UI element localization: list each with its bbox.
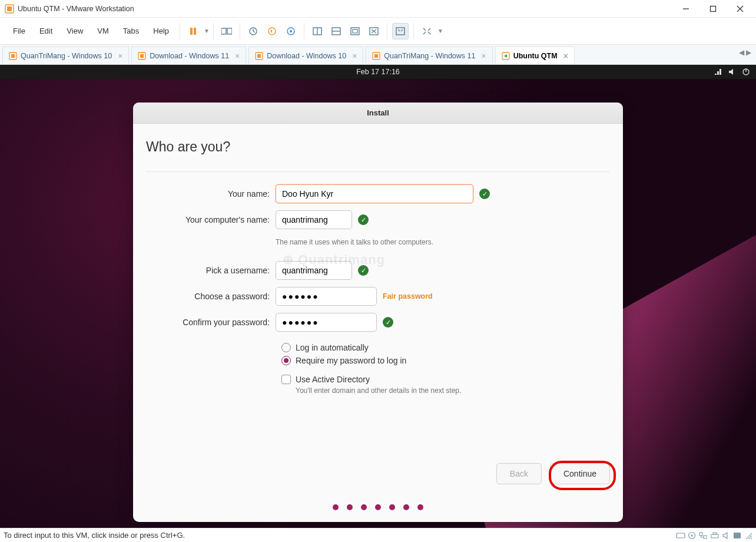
sb-resize-grip-icon[interactable] — [744, 531, 752, 540]
menu-tabs[interactable]: Tabs — [116, 23, 146, 39]
vm-tab[interactable]: QuanTriMang - Windows 10 × — [2, 47, 129, 64]
window-minimize-button[interactable] — [678, 1, 694, 16]
checkbox-active-directory[interactable]: Use Active Directory — [281, 375, 610, 384]
power-icon[interactable] — [742, 68, 750, 76]
svg-rect-31 — [374, 54, 378, 58]
password-input[interactable] — [276, 287, 377, 306]
tab-close-icon[interactable]: × — [352, 51, 357, 61]
check-icon: ✓ — [358, 265, 369, 276]
view-unity-button[interactable] — [347, 23, 363, 39]
pause-button[interactable] — [185, 23, 201, 39]
check-icon: ✓ — [383, 317, 393, 328]
check-icon: ✓ — [358, 214, 369, 225]
view-split-button[interactable] — [328, 23, 344, 39]
install-dialog: Install Who are you? Your name: ✓ Your c… — [133, 103, 623, 522]
radio-require-password[interactable]: Require my password to log in — [281, 356, 610, 365]
vm-tab[interactable]: Download - Windows 10 × — [248, 47, 363, 64]
vm-tabs-bar: QuanTriMang - Windows 10 × Download - Wi… — [0, 45, 756, 65]
network-icon[interactable] — [714, 68, 722, 76]
svg-rect-25 — [11, 54, 15, 58]
continue-button[interactable]: Continue — [550, 463, 610, 484]
stretch-button[interactable] — [419, 23, 435, 39]
checkbox-icon — [281, 375, 291, 384]
label-your-name: Your name: — [146, 189, 276, 199]
computer-name-input[interactable] — [276, 210, 352, 229]
sb-net-icon[interactable] — [698, 531, 708, 540]
volume-icon[interactable] — [728, 68, 736, 76]
vm-tab-label: Download - Windows 11 — [150, 52, 229, 60]
svg-rect-9 — [227, 28, 232, 34]
vm-tab-active[interactable]: Ubuntu QTM × — [495, 47, 575, 64]
svg-rect-41 — [713, 533, 717, 534]
svg-rect-6 — [190, 28, 193, 35]
vm-tab-label: Ubuntu QTM — [513, 52, 558, 60]
snapshot-revert-button[interactable] — [264, 23, 280, 39]
svg-rect-38 — [699, 533, 702, 536]
vm-tab-label: QuanTriMang - Windows 11 — [384, 52, 475, 60]
vm-icon — [9, 52, 17, 60]
power-dropdown-icon[interactable]: ▼ — [204, 28, 210, 34]
radio-label: Log in automatically — [296, 343, 369, 352]
menu-help[interactable]: Help — [146, 23, 176, 39]
sb-sound-icon[interactable] — [722, 531, 730, 540]
menubar: File Edit View VM Tabs Help ▼ ▼ — [0, 18, 756, 45]
menu-view[interactable]: View — [59, 23, 90, 39]
computer-name-help: The name it uses when it talks to other … — [276, 238, 433, 246]
menu-edit[interactable]: Edit — [32, 23, 59, 39]
dialog-title: Who are you? — [146, 139, 610, 155]
sb-cd-icon[interactable] — [688, 531, 696, 540]
svg-rect-39 — [704, 536, 707, 538]
svg-rect-8 — [221, 28, 226, 34]
menu-vm[interactable]: VM — [90, 23, 116, 39]
statusbar-hint: To direct input to this VM, click inside… — [4, 531, 185, 540]
label-password: Choose a password: — [146, 292, 276, 301]
label-confirm-password: Confirm your password: — [146, 318, 276, 327]
vm-icon — [138, 52, 146, 60]
view-console-button[interactable] — [366, 23, 382, 39]
statusbar: To direct input to this VM, click inside… — [0, 528, 756, 542]
send-ctrl-alt-del-button[interactable] — [218, 23, 235, 39]
window-maximize-button[interactable] — [705, 1, 721, 16]
snapshot-take-button[interactable] — [245, 23, 261, 39]
vm-tab-label: Download - Windows 10 — [267, 52, 346, 60]
stretch-dropdown-icon[interactable]: ▼ — [437, 28, 443, 34]
svg-rect-18 — [351, 28, 359, 35]
tab-close-icon[interactable]: × — [235, 51, 240, 61]
back-button[interactable]: Back — [496, 463, 542, 484]
active-directory-help: You'll enter domain and other details in… — [296, 386, 461, 395]
fullscreen-button[interactable] — [392, 23, 409, 39]
tab-close-icon[interactable]: × — [118, 51, 122, 61]
sb-display-icon[interactable] — [732, 531, 742, 540]
svg-rect-35 — [677, 533, 685, 538]
svg-point-13 — [290, 30, 292, 32]
sb-hdd-icon[interactable] — [676, 531, 685, 540]
vm-display-area[interactable]: Feb 17 17:16 Install Who are you? Your n… — [0, 65, 756, 533]
window-close-button[interactable] — [732, 1, 748, 16]
progress-dots — [333, 504, 423, 510]
password-strength-label: Fair password — [383, 292, 433, 300]
your-name-input[interactable] — [276, 184, 473, 203]
radio-login-automatically[interactable]: Log in automatically — [281, 343, 610, 352]
svg-rect-3 — [711, 6, 716, 11]
svg-rect-19 — [353, 29, 357, 33]
sb-printer-icon[interactable] — [710, 531, 719, 540]
vm-icon — [372, 52, 380, 60]
tab-close-icon[interactable]: × — [481, 51, 486, 61]
vm-tab[interactable]: QuanTriMang - Windows 11 × — [366, 47, 492, 64]
radio-icon — [281, 343, 291, 352]
radio-checked-icon — [281, 356, 291, 365]
svg-point-37 — [691, 534, 693, 536]
confirm-password-input[interactable] — [276, 313, 377, 332]
ubuntu-datetime[interactable]: Feb 17 17:16 — [356, 68, 400, 76]
ubuntu-top-bar: Feb 17 17:16 — [0, 65, 756, 79]
tab-close-icon[interactable]: × — [563, 51, 568, 61]
vm-tab[interactable]: Download - Windows 11 × — [131, 47, 246, 64]
username-input[interactable] — [276, 261, 352, 280]
view-single-button[interactable] — [309, 23, 326, 39]
svg-rect-1 — [7, 6, 12, 11]
snapshot-manage-button[interactable] — [283, 23, 299, 39]
menu-file[interactable]: File — [6, 23, 32, 39]
window-titlebar: Ubuntu QTM - VMware Workstation — [0, 0, 756, 18]
tab-nav-arrows[interactable]: ◀ ▶ — [739, 48, 751, 57]
label-computer-name: Your computer's name: — [146, 215, 276, 224]
